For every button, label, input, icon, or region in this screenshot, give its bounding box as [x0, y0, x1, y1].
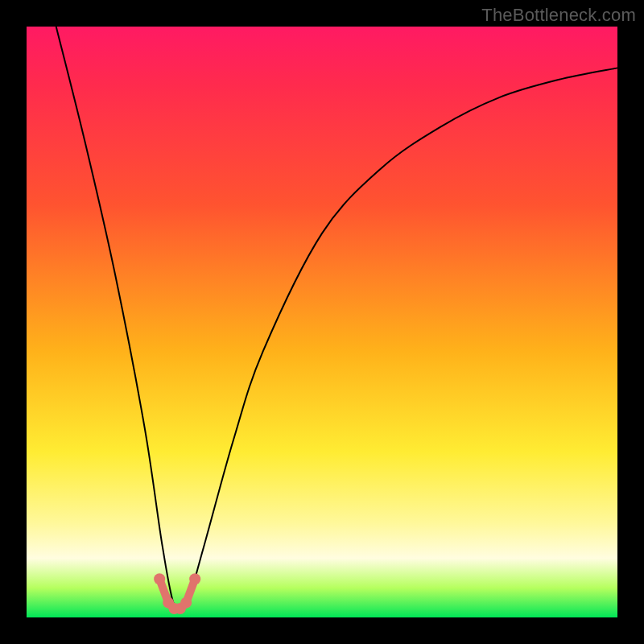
curve-svg	[27, 27, 617, 617]
watermark-text: TheBottleneck.com	[481, 5, 636, 26]
app-frame: TheBottleneck.com	[0, 0, 644, 644]
marker-dot	[180, 597, 192, 609]
marker-dot	[154, 573, 165, 584]
bottleneck-curve	[56, 27, 617, 613]
plot-area	[27, 27, 617, 617]
marker-dot	[189, 573, 200, 584]
